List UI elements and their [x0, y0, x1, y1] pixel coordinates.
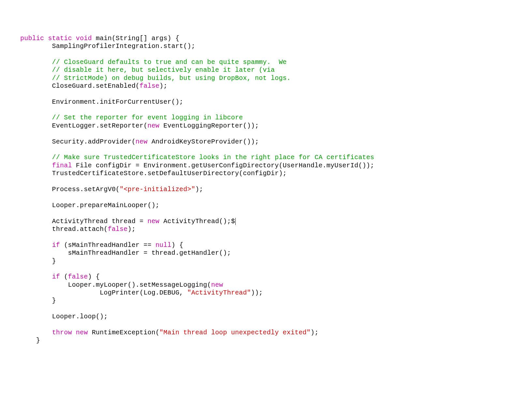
- closeguard-a: CloseGuard.setEnabled(: [20, 82, 140, 90]
- iffalse-b: ) {: [88, 273, 100, 280]
- line-eventlogger: EventLogger.setReporter(new EventLogging…: [20, 122, 259, 129]
- eventlogger-b: EventLoggingReporter());: [159, 122, 259, 129]
- comment-trustedcert: // Make sure TrustedCertificateStore loo…: [20, 154, 374, 161]
- setlogging-a: Looper.myLooper().setMessageLogging(: [20, 281, 211, 289]
- keyword-new: new: [147, 122, 159, 129]
- line-looper-loop: Looper.loop();: [20, 313, 108, 320]
- indent: [20, 241, 52, 249]
- line-looper-prepare: Looper.prepareMainLooper();: [20, 202, 159, 209]
- keyword-throw: throw: [52, 329, 72, 336]
- keyword-new: new: [76, 329, 88, 336]
- keyword-void: void: [76, 35, 92, 42]
- string-preinitialized: "<pre-initialized>": [120, 186, 195, 193]
- ifhandler-b: ) {: [171, 241, 184, 249]
- string-activitythread: "ActivityThread": [187, 289, 251, 296]
- attach-a: thread.attach(: [20, 225, 108, 233]
- comment-closeguard-1: // CloseGuard defaults to true and can b…: [20, 58, 287, 66]
- string-exception-msg: "Main thread loop unexpectedly exited": [159, 329, 311, 336]
- line-method-sig: public static void main(String[] args) {: [20, 35, 179, 42]
- comment-reporter: // Set the reporter for event logging in…: [20, 114, 243, 121]
- keyword-false: false: [68, 273, 88, 280]
- indent: [20, 273, 52, 280]
- line-method-close: }: [20, 337, 40, 344]
- line-if-false: if (false) {: [20, 273, 100, 280]
- keyword-new: new: [147, 218, 159, 225]
- keyword-if: if: [52, 273, 60, 280]
- keyword-null: null: [155, 241, 171, 249]
- logprinter-b: ));: [251, 289, 263, 296]
- ifhandler-a: (sMainThreadHandler ==: [60, 241, 155, 249]
- eventlogger-a: EventLogger.setReporter(: [20, 122, 147, 129]
- line-thread-attach: thread.attach(false);: [20, 225, 136, 233]
- line-if-handler: if (sMainThreadHandler == null) {: [20, 241, 183, 249]
- line-trustedcert: TrustedCertificateStore.setDefaultUserDi…: [20, 170, 287, 177]
- security-b: AndroidKeyStoreProvider());: [147, 138, 259, 145]
- iffalse-a: (: [60, 273, 68, 280]
- process-a: Process.setArgV0(: [20, 186, 120, 193]
- indent: [20, 162, 52, 169]
- line-setlogging: Looper.myLooper().setMessageLogging(new: [20, 281, 223, 289]
- line-closebrace: }: [20, 297, 56, 304]
- space: [72, 329, 76, 336]
- text-cursor: [235, 218, 236, 225]
- keyword-static: static: [48, 35, 72, 42]
- configdir-b: File configDir = Environment.getUserConf…: [72, 162, 374, 169]
- indent: [20, 329, 52, 336]
- code-block: public static void main(String[] args) {…: [20, 35, 529, 345]
- security-a: Security.addProvider(: [20, 138, 136, 145]
- activitythread-b: ActivityThread();$: [159, 218, 235, 225]
- line-throw: throw new RuntimeException("Main thread …: [20, 329, 318, 336]
- line-gethandler: sMainThreadHandler = thread.getHandler()…: [20, 249, 231, 257]
- method-sig-rest: main(String[] args) {: [92, 35, 179, 42]
- comment-closeguard-2: // disable it here, but selectively enab…: [20, 66, 275, 74]
- line-environment: Environment.initForCurrentUser();: [20, 98, 183, 106]
- line-security: Security.addProvider(new AndroidKeyStore…: [20, 138, 259, 145]
- line-activitythread: ActivityThread thread = new ActivityThre…: [20, 218, 236, 225]
- process-b: );: [195, 186, 203, 193]
- throw-b: );: [311, 329, 318, 336]
- line-closeguard: CloseGuard.setEnabled(false);: [20, 82, 167, 90]
- keyword-false: false: [108, 225, 127, 233]
- line-process: Process.setArgV0("<pre-initialized>");: [20, 186, 203, 193]
- line-configdir: final File configDir = Environment.getUs…: [20, 162, 374, 169]
- closeguard-b: );: [159, 82, 167, 90]
- comment-closeguard-3: // StrictMode) on debug builds, but usin…: [20, 74, 291, 82]
- throw-a: RuntimeException(: [88, 329, 159, 336]
- line-logprinter: LogPrinter(Log.DEBUG, "ActivityThread"))…: [20, 289, 263, 296]
- keyword-new: new: [136, 138, 148, 145]
- line-closebrace: }: [20, 257, 56, 265]
- logprinter-a: LogPrinter(Log.DEBUG,: [20, 289, 187, 296]
- keyword-new: new: [211, 281, 223, 289]
- keyword-public: public: [20, 35, 44, 42]
- line-sampling: SamplingProfilerIntegration.start();: [20, 42, 195, 50]
- keyword-false: false: [140, 82, 159, 90]
- attach-b: );: [127, 225, 135, 233]
- keyword-if: if: [52, 241, 60, 249]
- activitythread-a: ActivityThread thread =: [20, 218, 147, 225]
- keyword-final: final: [52, 162, 72, 169]
